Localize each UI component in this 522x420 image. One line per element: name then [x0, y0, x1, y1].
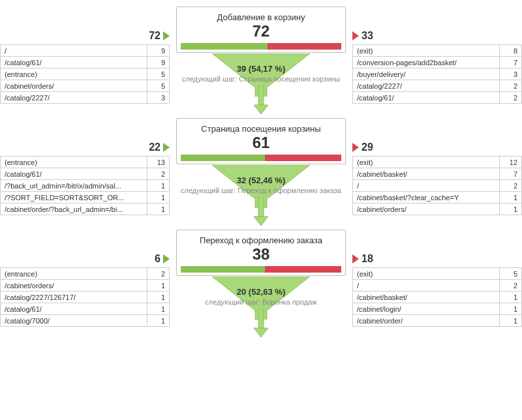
table-row: /catalog/61/1	[1, 303, 170, 315]
step-card[interactable]: Переход к оформлению заказа38	[176, 230, 346, 276]
entrance-table: (entrance)13/catalog/61/2/?back_url_admi…	[0, 156, 170, 215]
table-row: /cabinet/orders/1	[353, 203, 522, 215]
path-cell: (entrance)	[1, 157, 147, 168]
triangle-right-red-icon	[352, 143, 359, 152]
triangle-right-green-icon	[163, 254, 170, 263]
entrance-table: (entrance)2/cabinet/orders/1/catalog/222…	[0, 267, 170, 327]
table-row: /catalog/2227/3	[1, 92, 170, 104]
path-cell: (exit)	[353, 45, 500, 57]
funnel-diagram: 72Добавление в корзину7233/9/catalog/61/…	[0, 0, 522, 348]
table-row: /catalog/7000/1	[1, 315, 170, 327]
count-cell: 13	[147, 157, 170, 168]
table-row: (exit)5	[353, 268, 522, 280]
path-cell: (exit)	[353, 157, 500, 168]
count-cell: 9	[147, 45, 170, 57]
step-count: 72	[181, 23, 341, 39]
count-cell: 3	[147, 92, 170, 104]
path-cell: /catalog/7000/	[1, 315, 147, 327]
path-cell: /catalog/61/	[353, 92, 500, 104]
path-cell: /catalog/2227/	[1, 92, 147, 104]
next-count: 20 (52,63 %)	[0, 287, 522, 297]
ratio-bar	[181, 155, 341, 161]
table-row: /9	[1, 45, 170, 57]
step-title: Добавление в корзину	[181, 12, 341, 22]
table-row: /cabinet/basket/?clear_cache=Y1	[353, 192, 522, 203]
count-cell: 5	[500, 268, 522, 280]
path-cell: /catalog/2227/	[353, 80, 500, 92]
table-row: /catalog/61/2	[353, 92, 522, 104]
triangle-right-red-icon	[352, 254, 359, 263]
count-cell: 2	[147, 268, 170, 280]
paths-table: (exit)5/2/cabinet/basket/1/cabinet/login…	[352, 267, 522, 327]
count-cell: 5	[147, 80, 170, 92]
count-cell: 1	[147, 192, 170, 203]
path-cell: /cabinet/orders/	[1, 80, 147, 92]
path-cell: (exit)	[353, 268, 500, 280]
funnel-step: 6Переход к оформлению заказа3818(entranc…	[0, 230, 522, 337]
path-cell: (entrance)	[1, 268, 147, 280]
triangle-right-red-icon	[352, 31, 359, 40]
out-count: 33	[352, 30, 373, 42]
triangle-right-green-icon	[163, 143, 170, 152]
paths-table: (entrance)13/catalog/61/2/?back_url_admi…	[0, 156, 170, 215]
step-title: Страница посещения корзины	[181, 124, 341, 134]
paths-table: (exit)8/conversion-pages/add2basket/7/bu…	[352, 44, 522, 104]
paths-table: (entrance)2/cabinet/orders/1/catalog/222…	[0, 267, 170, 327]
table-row: /cabinet/order/1	[353, 315, 522, 327]
table-row: /cabinet/orders/5	[1, 80, 170, 92]
in-count: 6	[155, 253, 170, 265]
path-cell: /cabinet/orders/	[353, 203, 500, 215]
table-row: /catalog/2227/2	[353, 80, 522, 92]
exit-table: (exit)5/2/cabinet/basket/1/cabinet/login…	[352, 267, 522, 327]
path-cell: /cabinet/order/	[353, 315, 500, 327]
table-row: /cabinet/login/1	[353, 303, 522, 315]
count-cell: 1	[500, 315, 522, 327]
triangle-right-green-icon	[163, 31, 170, 40]
step-count: 38	[181, 247, 341, 262]
ratio-bar	[181, 43, 341, 50]
step-count: 61	[181, 135, 341, 151]
paths-table: /9/catalog/61/9(entrance)5/cabinet/order…	[0, 44, 170, 104]
count-cell: 1	[500, 303, 522, 315]
count-cell: 8	[500, 45, 522, 57]
step-card[interactable]: Страница посещения корзины61	[176, 118, 346, 164]
ratio-bar	[181, 266, 341, 273]
step-title: Переход к оформлению заказа	[181, 235, 341, 245]
table-row: (entrance)13	[1, 157, 170, 168]
table-row: (entrance)2	[1, 268, 170, 280]
exit-table: (exit)8/conversion-pages/add2basket/7/bu…	[352, 44, 522, 104]
count-cell: 2	[500, 80, 522, 92]
count-cell: 1	[500, 203, 522, 215]
next-count: 32 (52,46 %)	[0, 175, 522, 185]
path-cell: /cabinet/login/	[353, 303, 500, 315]
count-cell: 1	[147, 315, 170, 327]
svg-rect-1	[258, 197, 264, 217]
table-row: (exit)8	[353, 45, 522, 57]
count-cell: 1	[500, 192, 522, 203]
table-row: (exit)12	[353, 157, 522, 168]
count-cell: 2	[500, 92, 522, 104]
out-count: 18	[352, 253, 373, 265]
paths-table: (exit)12/cabinet/basket/7/2/cabinet/bask…	[352, 156, 522, 215]
entrance-table: /9/catalog/61/9(entrance)5/cabinet/order…	[0, 44, 170, 104]
table-row: /cabinet/order/?back_url_admin=/bi...1	[1, 203, 170, 215]
step-card[interactable]: Добавление в корзину72	[176, 7, 346, 53]
count-cell: 1	[147, 303, 170, 315]
funnel-step: 72Добавление в корзину7233/9/catalog/61/…	[0, 7, 522, 114]
funnel-step: 22Страница посещения корзины6129(entranc…	[0, 118, 522, 226]
count-cell: 12	[500, 157, 522, 168]
out-count: 29	[352, 142, 373, 153]
path-cell: /cabinet/basket/?clear_cache=Y	[353, 192, 500, 203]
count-cell: 1	[147, 203, 170, 215]
in-count: 72	[149, 30, 170, 42]
path-cell: /?SORT_FIELD=SORT&SORT_OR...	[1, 192, 147, 203]
svg-rect-2	[258, 308, 264, 328]
next-count: 39 (54,17 %)	[0, 64, 522, 74]
in-count: 22	[149, 142, 170, 153]
path-cell: /	[1, 45, 147, 57]
svg-rect-0	[258, 85, 264, 105]
table-row: /?SORT_FIELD=SORT&SORT_OR...1	[1, 192, 170, 203]
path-cell: /cabinet/order/?back_url_admin=/bi...	[1, 203, 147, 215]
exit-table: (exit)12/cabinet/basket/7/2/cabinet/bask…	[352, 156, 522, 215]
path-cell: /catalog/61/	[1, 303, 147, 315]
